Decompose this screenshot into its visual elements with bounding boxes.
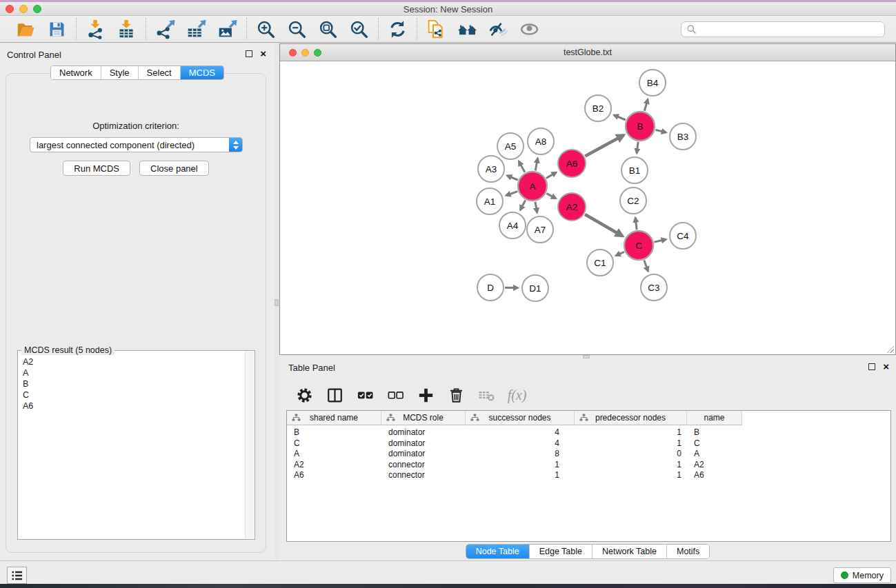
table-cell[interactable]: connector bbox=[381, 470, 466, 481]
table-cell[interactable]: 4 bbox=[466, 427, 575, 438]
tab-mcds[interactable]: MCDS bbox=[181, 66, 223, 79]
column-header-shared-name[interactable]: shared name bbox=[287, 411, 381, 425]
zoom-fit-icon[interactable] bbox=[318, 19, 338, 39]
tab-network[interactable]: Network bbox=[51, 66, 101, 79]
edge-B-B1[interactable] bbox=[637, 142, 638, 153]
table-cell[interactable]: dominator bbox=[381, 427, 466, 438]
table-cell[interactable]: 1 bbox=[466, 460, 575, 471]
column-header-name[interactable]: name bbox=[687, 411, 742, 425]
table-cell[interactable]: connector bbox=[381, 460, 466, 471]
network-node-C[interactable]: C bbox=[624, 231, 653, 260]
clone-network-icon[interactable] bbox=[426, 19, 446, 39]
import-table-icon[interactable] bbox=[117, 19, 137, 39]
network-window-titlebar[interactable]: testGlobe.txt bbox=[280, 44, 895, 61]
edge-A-A8[interactable] bbox=[535, 159, 537, 171]
gear-icon[interactable] bbox=[295, 386, 314, 405]
table-cell[interactable]: 8 bbox=[466, 449, 575, 460]
close-icon[interactable] bbox=[883, 363, 889, 370]
home-icon[interactable] bbox=[457, 19, 477, 39]
result-scrollbar[interactable] bbox=[245, 352, 254, 538]
network-node-A6[interactable]: A6 bbox=[558, 150, 586, 177]
close-panel-button[interactable]: Close panel bbox=[139, 161, 209, 176]
tab-edge-table[interactable]: Edge Table bbox=[530, 545, 593, 558]
splitter-handle[interactable] bbox=[275, 299, 279, 306]
float-icon[interactable] bbox=[246, 50, 252, 57]
network-node-A[interactable]: A bbox=[518, 172, 547, 201]
network-node-A8[interactable]: A8 bbox=[528, 128, 554, 154]
network-node-D[interactable]: D bbox=[477, 274, 504, 301]
network-node-A5[interactable]: A5 bbox=[497, 133, 524, 159]
network-node-B2[interactable]: B2 bbox=[585, 95, 611, 121]
table-cell[interactable]: A6 bbox=[287, 470, 381, 481]
zoom-out-icon[interactable] bbox=[287, 19, 307, 39]
refresh-icon[interactable] bbox=[388, 19, 408, 39]
table-cell[interactable]: A bbox=[287, 449, 381, 460]
tab-select[interactable]: Select bbox=[139, 66, 181, 79]
table-cell[interactable]: C bbox=[687, 438, 742, 449]
open-folder-icon[interactable] bbox=[16, 19, 36, 39]
select-all-icon[interactable] bbox=[356, 386, 375, 405]
table-cell[interactable]: dominator bbox=[381, 449, 466, 460]
network-node-B[interactable]: B bbox=[626, 112, 655, 141]
network-node-C1[interactable]: C1 bbox=[587, 250, 613, 276]
table-cell[interactable]: C bbox=[287, 438, 381, 449]
search-input[interactable] bbox=[699, 23, 879, 34]
network-graph[interactable]: AA1A3A4A5A7A8A6A2BB1B2B3B4CC1C2C3C4DD1 bbox=[280, 61, 895, 354]
zoom-in-icon[interactable] bbox=[256, 19, 276, 39]
edge-B-B2[interactable] bbox=[614, 115, 626, 120]
table-row[interactable]: Adominator80A bbox=[287, 449, 890, 460]
add-column-icon[interactable] bbox=[417, 386, 435, 405]
edge-B-B3[interactable] bbox=[655, 130, 666, 132]
table-cell[interactable]: A bbox=[687, 449, 742, 460]
tab-network-table[interactable]: Network Table bbox=[593, 545, 667, 558]
table-cell[interactable]: A2 bbox=[287, 460, 381, 471]
table-cell[interactable]: A6 bbox=[687, 470, 742, 481]
tab-style[interactable]: Style bbox=[101, 66, 139, 79]
hide-panel-icon[interactable] bbox=[488, 19, 508, 39]
table-cell[interactable]: 1 bbox=[575, 460, 687, 471]
table-row[interactable]: Bdominator41B bbox=[287, 427, 890, 438]
edge-A-A6[interactable] bbox=[546, 172, 557, 179]
edge-A-A5[interactable] bbox=[519, 161, 525, 172]
task-history-button[interactable] bbox=[7, 567, 27, 584]
edge-C-C1[interactable] bbox=[616, 252, 624, 255]
network-node-A1[interactable]: A1 bbox=[477, 188, 503, 214]
network-node-A4[interactable]: A4 bbox=[499, 212, 526, 239]
table-cell[interactable]: 1 bbox=[575, 427, 687, 438]
network-node-B1[interactable]: B1 bbox=[621, 157, 648, 183]
column-header-successor-nodes[interactable]: successor nodes bbox=[466, 411, 575, 425]
edge-A-A2[interactable] bbox=[546, 194, 556, 199]
network-node-B4[interactable]: B4 bbox=[639, 70, 666, 96]
edge-A-A7[interactable] bbox=[535, 202, 537, 213]
table-cell[interactable]: 1 bbox=[575, 438, 687, 449]
table-cell[interactable]: B bbox=[287, 427, 381, 438]
tab-motifs[interactable]: Motifs bbox=[667, 545, 709, 558]
network-canvas[interactable]: AA1A3A4A5A7A8A6A2BB1B2B3B4CC1C2C3C4DD1 bbox=[280, 61, 895, 354]
edge-C-C4[interactable] bbox=[655, 239, 666, 242]
delete-column-icon[interactable] bbox=[447, 386, 466, 405]
table-cell[interactable]: B bbox=[687, 427, 742, 438]
network-node-D1[interactable]: D1 bbox=[522, 275, 548, 301]
table-cell[interactable]: 4 bbox=[466, 438, 575, 449]
network-node-A2[interactable]: A2 bbox=[558, 193, 586, 221]
edge-B-B4[interactable] bbox=[644, 99, 648, 111]
edge-A-A1[interactable] bbox=[506, 192, 518, 196]
network-node-A3[interactable]: A3 bbox=[478, 156, 504, 182]
table-cell[interactable]: dominator bbox=[381, 438, 466, 449]
result-item[interactable]: C bbox=[23, 389, 244, 401]
export-network-icon[interactable] bbox=[155, 19, 175, 39]
export-image-icon[interactable] bbox=[217, 19, 237, 39]
node-table[interactable]: shared nameMCDS rolesuccessor nodesprede… bbox=[286, 410, 891, 542]
edge-A6-B[interactable] bbox=[585, 135, 624, 156]
table-cell[interactable]: 1 bbox=[466, 470, 575, 481]
split-view-icon[interactable] bbox=[326, 386, 344, 405]
table-cell[interactable]: A2 bbox=[687, 460, 742, 471]
run-mcds-button[interactable]: Run MCDS bbox=[63, 161, 130, 176]
zoom-selected-icon[interactable] bbox=[349, 19, 369, 39]
network-node-B3[interactable]: B3 bbox=[670, 123, 696, 150]
save-icon[interactable] bbox=[47, 19, 67, 39]
edge-C-C2[interactable] bbox=[635, 218, 637, 230]
table-cell[interactable]: 0 bbox=[575, 449, 687, 460]
column-header-MCDS-role[interactable]: MCDS role bbox=[381, 411, 466, 425]
table-row[interactable]: A2connector11A2 bbox=[287, 460, 890, 471]
